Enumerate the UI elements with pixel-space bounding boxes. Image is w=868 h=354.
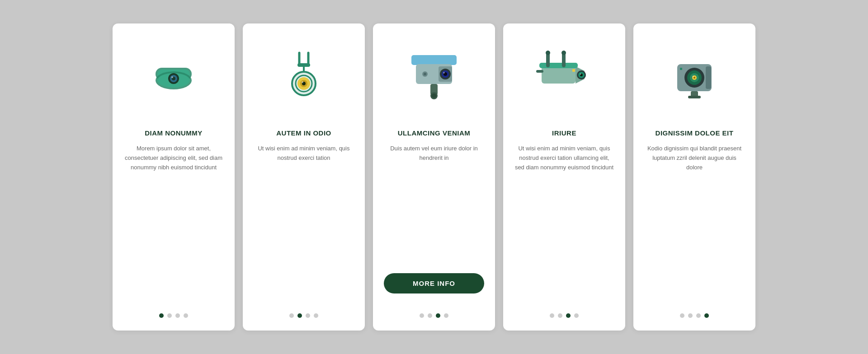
svg-point-51 (693, 76, 694, 77)
card-3: ULLAMCING VENIAM Duis autem vel eum iriu… (373, 23, 495, 331)
dot (704, 313, 709, 318)
card-3-text: Duis autem vel eum iriure dolor in hendr… (384, 144, 484, 264)
dot (297, 313, 302, 318)
dome-camera-icon (123, 37, 224, 118)
dot (175, 313, 180, 318)
svg-rect-54 (680, 68, 682, 70)
svg-point-28 (432, 93, 436, 98)
card-5: DIGNISSIM DOLOE EIT Kodio dignissim qui … (633, 23, 755, 331)
card-2-title: AUTEM IN ODIO (276, 129, 331, 137)
card-3-title: ULLAMCING VENIAM (398, 129, 471, 137)
card-4: IRIURE Ut wisi enim ad minim veniam, qui… (503, 23, 625, 331)
card-1: DIAM NONUMMY Morem ipsum dolor sit amet,… (113, 23, 235, 331)
svg-rect-53 (688, 96, 701, 98)
svg-point-50 (693, 77, 695, 79)
dot (420, 313, 424, 318)
card-1-dots (159, 313, 188, 318)
dot (574, 313, 579, 318)
svg-point-42 (561, 51, 566, 55)
card-2-dots (289, 313, 318, 318)
card-4-text: Ut wisi enim ad minim veniam, quis nostr… (514, 144, 614, 304)
svg-point-37 (580, 74, 581, 75)
svg-rect-17 (297, 63, 310, 67)
card-2: AUTEM IN ODIO Ut wisi enim ad minim veni… (243, 23, 365, 331)
handheld-camera-icon (254, 37, 354, 118)
dot (688, 313, 693, 318)
card-3-dots (420, 313, 448, 318)
card-2-text: Ut wisi enim ad minim veniam, quis nostr… (254, 144, 354, 304)
box-camera-icon (644, 37, 745, 118)
card-5-dots (680, 313, 709, 318)
svg-point-30 (424, 73, 426, 75)
card-4-dots (550, 313, 579, 318)
svg-point-16 (302, 81, 303, 83)
svg-rect-43 (572, 69, 575, 72)
outdoor-camera-icon (384, 37, 484, 118)
card-1-title: DIAM NONUMMY (145, 129, 203, 137)
dot (184, 313, 188, 318)
dot (550, 313, 554, 318)
dot (159, 313, 164, 318)
svg-rect-33 (539, 63, 578, 68)
svg-point-7 (171, 76, 173, 78)
svg-rect-31 (542, 66, 576, 84)
cards-container: DIAM NONUMMY Morem ipsum dolor sit amet,… (76, 5, 792, 349)
wall-camera-icon (514, 37, 614, 118)
dot (428, 313, 432, 318)
dot (306, 313, 310, 318)
card-4-title: IRIURE (552, 129, 576, 137)
dot (167, 313, 172, 318)
dot (696, 313, 701, 318)
svg-rect-45 (706, 66, 711, 89)
more-info-button[interactable]: MORE INFO (384, 273, 484, 293)
dot (436, 313, 440, 318)
card-1-text: Morem ipsum dolor sit amet, consectetuer… (123, 144, 224, 304)
svg-rect-19 (411, 55, 457, 65)
dot (558, 313, 562, 318)
dot (314, 313, 318, 318)
card-5-title: DIGNISSIM DOLOE EIT (656, 129, 734, 137)
dot (566, 313, 571, 318)
dot (289, 313, 294, 318)
svg-point-25 (443, 72, 445, 74)
svg-point-40 (546, 51, 550, 55)
card-5-text: Kodio dignissim qui blandit praesent lup… (644, 144, 745, 304)
dot (680, 313, 684, 318)
dot (444, 313, 448, 318)
svg-rect-38 (536, 70, 543, 73)
